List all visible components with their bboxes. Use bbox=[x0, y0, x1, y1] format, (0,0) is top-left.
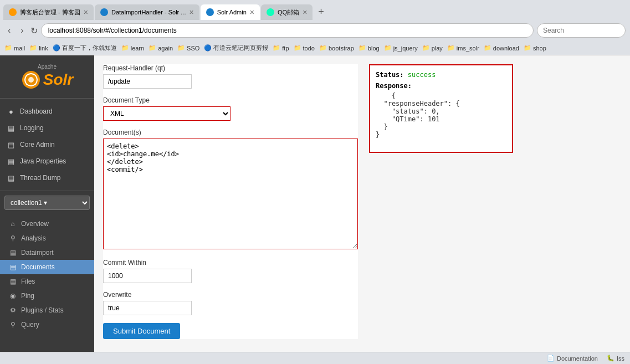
collection-item-label-analysis: Analysis bbox=[21, 234, 46, 242]
browser-tab-4[interactable]: QQ邮箱 × bbox=[261, 4, 313, 20]
response-status: Status: success bbox=[376, 71, 506, 79]
sidebar-item-label-core-admin: Core Admin bbox=[20, 141, 55, 148]
document-type-select[interactable]: XML JSON CSV Document Builder bbox=[103, 106, 231, 121]
new-tab-button[interactable]: + bbox=[314, 4, 329, 20]
bookmark-imssolr[interactable]: 📁ims_solr bbox=[447, 44, 479, 52]
java-properties-icon: ▤ bbox=[7, 157, 16, 166]
bookmark-download[interactable]: 📁download bbox=[484, 44, 519, 52]
commit-within-label: Commit Within bbox=[103, 259, 358, 266]
bookmark-youdao[interactable]: 🔵有道云笔记网页剪报 bbox=[204, 44, 268, 52]
tab-close-3[interactable]: × bbox=[250, 8, 254, 17]
bookmark-icon-sso: 📁 bbox=[177, 44, 185, 52]
bookmark-icon-jsjquery: 📁 bbox=[384, 44, 392, 52]
solr-logo-icon bbox=[21, 70, 41, 90]
tab-favicon-3 bbox=[206, 8, 214, 16]
core-admin-icon: ▤ bbox=[7, 140, 16, 149]
dashboard-icon: ● bbox=[7, 107, 16, 116]
sidebar-item-java-properties[interactable]: ▤ Java Properties bbox=[0, 153, 94, 170]
collection-item-label-dataimport: Dataimport bbox=[21, 249, 54, 257]
tab-close-2[interactable]: × bbox=[189, 8, 193, 17]
bookmark-todo[interactable]: 📁todo bbox=[294, 44, 315, 52]
collection-menu: ⌂ Overview ⚲ Analysis ▤ Dataimport ▤ Doc… bbox=[0, 214, 94, 334]
commit-within-input[interactable] bbox=[103, 269, 192, 283]
bookmark-mail[interactable]: 📁mail bbox=[4, 44, 25, 52]
sidebar-item-core-admin[interactable]: ▤ Core Admin bbox=[0, 136, 94, 153]
tab-close-4[interactable]: × bbox=[303, 8, 307, 17]
bookmark-icon-mail: 📁 bbox=[4, 44, 12, 52]
collection-select[interactable]: collection1 ▾ bbox=[4, 196, 90, 210]
bookmark-icon-play: 📁 bbox=[422, 44, 430, 52]
document-type-label: Document Type bbox=[103, 96, 358, 104]
collection-item-label-documents: Documents bbox=[21, 263, 55, 271]
sidebar-menu: ● Dashboard ▤ Logging ▤ Core Admin ▤ Jav… bbox=[0, 99, 94, 191]
status-value: success bbox=[408, 71, 436, 79]
documentation-icon: 📄 bbox=[547, 355, 555, 362]
bookmark-shop[interactable]: 📁shop bbox=[524, 44, 546, 52]
collection-selector[interactable]: collection1 ▾ bbox=[0, 191, 94, 214]
bookmark-learn[interactable]: 📁learn bbox=[121, 44, 144, 52]
bookmark-link[interactable]: 📁link bbox=[29, 44, 48, 52]
bookmark-baidu[interactable]: 🔵百度一下，你就知道 bbox=[53, 44, 117, 52]
sidebar-item-dashboard[interactable]: ● Dashboard bbox=[0, 103, 94, 120]
collection-item-query[interactable]: ⚲ Query bbox=[0, 317, 94, 332]
bookmark-play[interactable]: 📁play bbox=[422, 44, 443, 52]
overview-icon: ⌂ bbox=[9, 220, 17, 228]
reload-button[interactable]: ↻ bbox=[30, 25, 38, 36]
main-content: Request-Handler (qt) Document Type XML J… bbox=[103, 64, 621, 339]
bookmark-ftp[interactable]: 📁ftp bbox=[273, 44, 289, 52]
documentation-label: Documentation bbox=[557, 355, 598, 362]
collection-item-label-overview: Overview bbox=[21, 220, 49, 228]
bookmark-sso[interactable]: 📁SSO bbox=[177, 44, 199, 52]
collection-item-overview[interactable]: ⌂ Overview bbox=[0, 217, 94, 231]
search-input[interactable] bbox=[537, 23, 626, 38]
bottom-bar: 📄 Documentation 🐛 Iss bbox=[0, 352, 630, 364]
bookmark-icon-todo: 📁 bbox=[294, 44, 301, 52]
browser-tab-1[interactable]: 博客后台管理 - 博客园 × bbox=[3, 4, 94, 20]
documentation-link[interactable]: 📄 Documentation bbox=[547, 355, 598, 362]
request-handler-input[interactable] bbox=[103, 74, 192, 89]
bookmark-icon-baidu: 🔵 bbox=[53, 44, 60, 52]
thread-dump-icon: ▤ bbox=[7, 173, 16, 182]
browser-tab-2[interactable]: DataImportHandler - Solr ... × bbox=[95, 4, 199, 20]
issue-tracker-icon: 🐛 bbox=[607, 355, 614, 362]
bookmark-icon-ftp: 📁 bbox=[273, 44, 280, 52]
documents-group: Document(s) <delete> <id>change.me</id> … bbox=[103, 129, 358, 251]
tab-title-3: Solr Admin bbox=[217, 9, 247, 16]
address-bar-row: ‹ › ↻ bbox=[0, 20, 630, 41]
collection-item-plugins-stats[interactable]: ⚙ Plugins / Stats bbox=[0, 303, 94, 317]
analysis-icon: ⚲ bbox=[9, 234, 17, 242]
bookmark-bootstrap[interactable]: 📁bootstrap bbox=[319, 44, 354, 52]
response-body: { "responseHeader": { "status": 0, "QTim… bbox=[376, 92, 506, 139]
solr-text: Solr bbox=[6, 70, 89, 90]
tab-close-1[interactable]: × bbox=[84, 8, 88, 17]
documents-textarea[interactable]: <delete> <id>change.me</id> </delete> <c… bbox=[103, 139, 358, 249]
documents-label: Document(s) bbox=[103, 129, 358, 136]
collection-item-analysis[interactable]: ⚲ Analysis bbox=[0, 231, 94, 245]
sidebar-item-thread-dump[interactable]: ▤ Thread Dump bbox=[0, 170, 94, 186]
forward-button[interactable]: › bbox=[17, 24, 27, 37]
overwrite-input[interactable] bbox=[103, 301, 192, 315]
request-handler-label: Request-Handler (qt) bbox=[103, 64, 358, 72]
collection-item-label-files: Files bbox=[21, 278, 35, 285]
bookmark-icon-imssolr: 📁 bbox=[447, 44, 455, 52]
issue-tracker-link[interactable]: 🐛 Iss bbox=[607, 355, 624, 362]
collection-item-documents[interactable]: ▤ Documents bbox=[0, 260, 94, 274]
sidebar-item-label-thread-dump: Thread Dump bbox=[20, 174, 60, 182]
sidebar-item-label-java-properties: Java Properties bbox=[20, 157, 66, 165]
collection-item-ping[interactable]: ◉ Ping bbox=[0, 289, 94, 303]
address-input[interactable] bbox=[41, 23, 534, 38]
collection-item-files[interactable]: ▤ Files bbox=[0, 274, 94, 289]
bookmark-again[interactable]: 📁again bbox=[148, 44, 173, 52]
bookmark-blog[interactable]: 📁blog bbox=[358, 44, 380, 52]
commit-within-group: Commit Within bbox=[103, 259, 358, 283]
main-panel: Request-Handler (qt) Document Type XML J… bbox=[94, 55, 630, 352]
bookmark-jsjquery[interactable]: 📁js_jquery bbox=[384, 44, 418, 52]
sidebar-item-logging[interactable]: ▤ Logging bbox=[0, 120, 94, 136]
form-section: Request-Handler (qt) Document Type XML J… bbox=[103, 64, 358, 339]
back-button[interactable]: ‹ bbox=[4, 24, 14, 37]
collection-item-dataimport[interactable]: ▤ Dataimport bbox=[0, 245, 94, 260]
collection-item-label-query: Query bbox=[21, 321, 39, 329]
submit-document-button[interactable]: Submit Document bbox=[103, 323, 180, 339]
collection-item-label-plugins-stats: Plugins / Stats bbox=[21, 306, 64, 314]
browser-tab-3[interactable]: Solr Admin × bbox=[201, 4, 260, 20]
